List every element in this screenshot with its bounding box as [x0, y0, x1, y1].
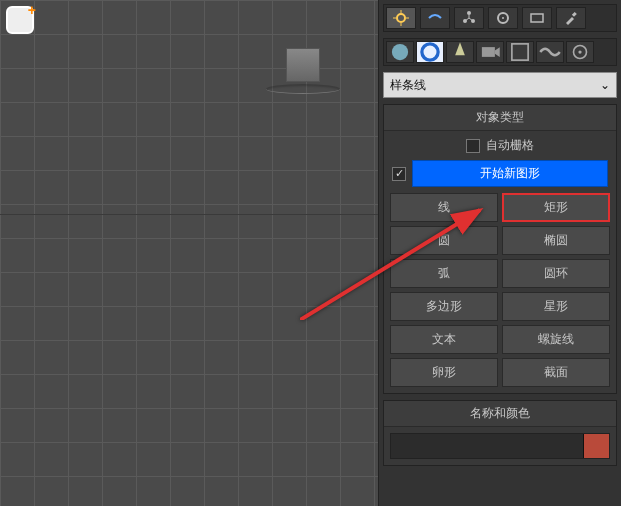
display-tab[interactable] [522, 7, 552, 29]
svg-point-6 [467, 11, 471, 15]
rollout-title-name[interactable]: 名称和颜色 [384, 401, 616, 427]
start-new-shape-button[interactable]: 开始新图形 [412, 160, 608, 187]
scene-object[interactable] [286, 48, 320, 82]
shape-button-截面[interactable]: 截面 [502, 358, 610, 387]
shape-buttons: 线矩形圆椭圆弧圆环多边形星形文本螺旋线卵形截面 [384, 193, 616, 387]
dropdown-value: 样条线 [390, 77, 426, 94]
cameras-icon[interactable] [476, 41, 504, 63]
create-subtabs [383, 38, 617, 66]
rollout-title[interactable]: 对象类型 [384, 105, 616, 131]
color-swatch[interactable] [583, 434, 609, 458]
hierarchy-tab[interactable] [454, 7, 484, 29]
lights-icon[interactable] [446, 41, 474, 63]
svg-rect-15 [482, 47, 495, 57]
shapes-icon[interactable] [416, 41, 444, 63]
svg-rect-16 [512, 44, 528, 60]
name-color-rollout: 名称和颜色 [383, 400, 617, 466]
shape-button-弧[interactable]: 弧 [390, 259, 498, 288]
startnew-checkbox[interactable]: ✓ [392, 167, 406, 181]
main-tabs [383, 4, 617, 32]
geometry-icon[interactable] [386, 41, 414, 63]
object-type-rollout: 对象类型 自动栅格 ✓ 开始新图形 线矩形圆椭圆弧圆环多边形星形文本螺旋线卵形截… [383, 104, 617, 394]
object-shadow [266, 84, 340, 94]
autogrid-label: 自动栅格 [486, 137, 534, 154]
svg-point-1 [397, 14, 405, 22]
create-tab[interactable] [386, 7, 416, 29]
svg-point-14 [422, 44, 438, 60]
helpers-icon[interactable] [506, 41, 534, 63]
chevron-down-icon: ⌄ [600, 78, 610, 92]
utilities-tab[interactable] [556, 7, 586, 29]
svg-point-18 [578, 50, 581, 53]
shape-button-矩形[interactable]: 矩形 [502, 193, 610, 222]
shape-button-卵形[interactable]: 卵形 [390, 358, 498, 387]
viewport[interactable] [0, 0, 378, 506]
shape-button-多边形[interactable]: 多边形 [390, 292, 498, 321]
command-panel: 样条线 ⌄ 对象类型 自动栅格 ✓ 开始新图形 线矩形圆椭圆弧圆环多边形星形文本… [378, 0, 621, 506]
name-input[interactable] [390, 433, 610, 459]
shape-button-椭圆[interactable]: 椭圆 [502, 226, 610, 255]
spacewarps-icon[interactable] [536, 41, 564, 63]
shape-button-星形[interactable]: 星形 [502, 292, 610, 321]
shape-button-圆[interactable]: 圆 [390, 226, 498, 255]
svg-point-10 [502, 17, 504, 19]
shape-button-螺旋线[interactable]: 螺旋线 [502, 325, 610, 354]
shape-button-圆环[interactable]: 圆环 [502, 259, 610, 288]
shape-button-文本[interactable]: 文本 [390, 325, 498, 354]
autogrid-checkbox[interactable] [466, 139, 480, 153]
motion-tab[interactable] [488, 7, 518, 29]
shape-button-线[interactable]: 线 [390, 193, 498, 222]
systems-icon[interactable] [566, 41, 594, 63]
viewcube-icon[interactable] [6, 6, 34, 34]
modify-tab[interactable] [420, 7, 450, 29]
svg-rect-12 [572, 12, 577, 17]
category-dropdown[interactable]: 样条线 ⌄ [383, 72, 617, 98]
svg-point-13 [392, 44, 408, 60]
viewport-grid [0, 0, 378, 506]
svg-rect-11 [531, 14, 543, 22]
